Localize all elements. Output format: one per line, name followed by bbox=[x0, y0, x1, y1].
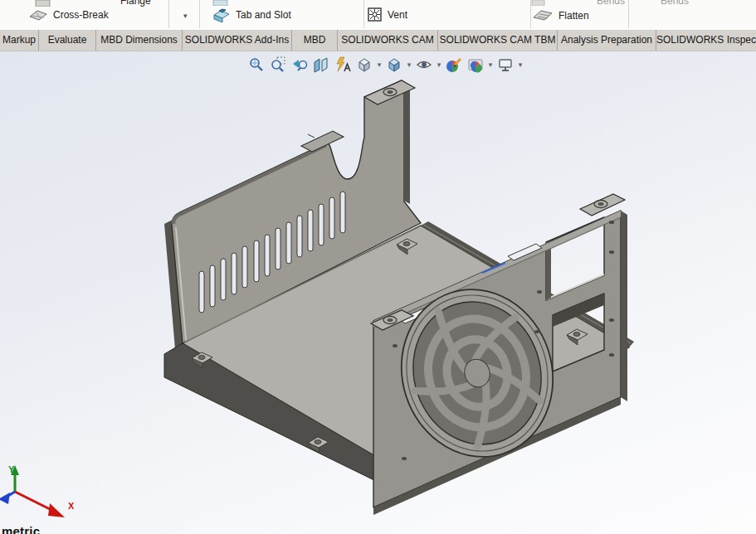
tab-mbd-dimensions[interactable]: MBD Dimensions bbox=[96, 30, 183, 51]
zoom-to-fit-icon[interactable] bbox=[246, 54, 267, 75]
tab-and-slot-button[interactable]: Tab and Slot bbox=[212, 7, 291, 23]
hide-show-items-caret[interactable]: ▾ bbox=[435, 61, 443, 69]
command-tab-bar: Markup Evaluate MBD Dimensions SOLIDWORK… bbox=[0, 30, 756, 51]
rear-flange-hole bbox=[387, 90, 393, 94]
tab-analysis-preparation[interactable]: Analysis Preparation bbox=[558, 30, 656, 51]
flatten-button[interactable]: Flatten bbox=[533, 8, 589, 22]
model-3d-view[interactable]: Y X bbox=[0, 51, 756, 534]
tab-and-slot-label: Tab and Slot bbox=[236, 9, 291, 21]
vent-label: Vent bbox=[388, 9, 407, 21]
cross-break-button[interactable]: Cross-Break bbox=[28, 7, 109, 22]
cut-icon bbox=[212, 0, 229, 6]
front-face-right-edge bbox=[621, 211, 627, 401]
apply-scene-caret[interactable]: ▾ bbox=[486, 61, 495, 69]
headsup-toolbar: ▾ ▾ ▾ ▾ ▾ bbox=[246, 53, 524, 76]
vent-button[interactable]: Vent bbox=[368, 7, 407, 22]
solidworks-window: { "ribbon": { "flange_label": "Flange", … bbox=[0, 0, 756, 534]
vent-icon bbox=[368, 7, 383, 22]
ribbon-separator bbox=[168, 0, 169, 28]
cross-break-label: Cross-Break bbox=[53, 9, 109, 21]
tab-solidworks-cam-tbm[interactable]: SOLIDWORKS CAM TBM bbox=[438, 30, 558, 51]
flange-dropdown-caret[interactable]: ▾ bbox=[183, 12, 188, 20]
reference-triad: Y X bbox=[0, 464, 75, 517]
view-orientation-icon[interactable] bbox=[354, 54, 375, 75]
tab-mbd[interactable]: MBD bbox=[292, 30, 338, 51]
view-orientation-caret[interactable]: ▾ bbox=[375, 61, 383, 69]
triad-x-label: X bbox=[68, 501, 75, 511]
view-settings-caret[interactable]: ▾ bbox=[516, 61, 524, 69]
display-style-caret[interactable]: ▾ bbox=[405, 61, 413, 69]
section-view-icon[interactable] bbox=[310, 54, 332, 75]
apply-scene-icon[interactable] bbox=[465, 54, 486, 75]
zoom-to-area-icon[interactable] bbox=[267, 54, 289, 75]
cross-break-icon bbox=[28, 7, 48, 22]
view-settings-icon[interactable] bbox=[495, 54, 516, 75]
rear-top-flange-notch bbox=[308, 134, 315, 138]
ribbon: Flange Cross-Break ▾ Tab and Slot bbox=[0, 0, 756, 31]
ribbon-separator bbox=[363, 0, 364, 28]
tab-solidworks-inspection[interactable]: SOLIDWORKS Inspection bbox=[656, 30, 756, 51]
ribbon-separator bbox=[628, 0, 629, 28]
previous-view-icon[interactable] bbox=[289, 54, 310, 75]
edit-appearance-icon[interactable] bbox=[443, 54, 465, 75]
cut-icon bbox=[531, 0, 546, 6]
tab-markup[interactable]: Markup bbox=[0, 30, 39, 51]
status-text: metric bbox=[2, 524, 40, 534]
tab-solidworks-add-ins[interactable]: SOLIDWORKS Add-Ins bbox=[183, 30, 292, 51]
dynamic-annotation-views-icon[interactable] bbox=[332, 54, 354, 75]
tab-evaluate[interactable]: Evaluate bbox=[39, 30, 96, 51]
bends-button-2[interactable]: Bends bbox=[661, 0, 689, 7]
tab-and-slot-icon bbox=[212, 7, 231, 23]
large-cutout-side bbox=[546, 242, 551, 300]
hide-show-items-icon[interactable] bbox=[413, 54, 435, 75]
graphics-viewport[interactable]: Y X ▾ ▾ bbox=[0, 51, 756, 534]
bends-button[interactable]: Bends bbox=[597, 0, 625, 7]
rear-tab-edge bbox=[404, 83, 410, 204]
display-style-icon[interactable] bbox=[383, 54, 405, 75]
triad-y-label: Y bbox=[8, 464, 15, 474]
flatten-label: Flatten bbox=[558, 10, 589, 22]
flatten-icon bbox=[533, 8, 554, 22]
tab-solidworks-cam[interactable]: SOLIDWORKS CAM bbox=[338, 30, 438, 51]
flange-icon bbox=[35, 0, 51, 7]
ribbon-separator bbox=[199, 0, 200, 28]
flange-button[interactable]: Flange bbox=[120, 0, 151, 7]
